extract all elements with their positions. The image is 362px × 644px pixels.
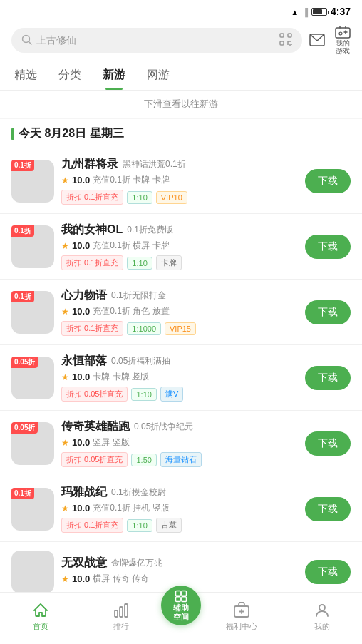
nav-home[interactable]: 首页 (0, 602, 81, 632)
tag-discount: 折扣 0.1折直充 (61, 321, 123, 336)
svg-rect-4 (280, 41, 284, 45)
svg-rect-16 (125, 604, 128, 617)
tag-ratio: 1:50 (131, 454, 156, 466)
game-info: 无双战意 金牌爆亿万兆 ★ 10.0 横屏 传奇 传奇 (61, 556, 298, 588)
game-title: 心力物语 (61, 288, 107, 303)
game-tags-text: 充值0.1折 卡牌 卡牌 (93, 174, 169, 186)
svg-point-24 (319, 605, 325, 610)
tag-vip: VIP10 (156, 191, 187, 204)
game-tags-text: 充值0.1折 横屏 卡牌 (93, 240, 169, 252)
game-item: 0.1折 我的女神OL 0.1折免费版 ★ 10.0 充值0.1折 横屏 卡牌 … (0, 214, 362, 280)
tab-fenlei[interactable]: 分类 (58, 63, 81, 90)
signal-icon (302, 6, 308, 17)
scroll-hint: 下滑查看以往新游 (0, 91, 362, 118)
date-header: 今天 8月28日 星期三 (0, 119, 362, 148)
download-button[interactable]: 下载 (305, 497, 351, 521)
game-tags-text: 充值0.1折 角色 放置 (93, 305, 169, 317)
scan-icon[interactable] (279, 33, 292, 48)
download-button[interactable]: 下载 (305, 169, 351, 193)
nav-ranking[interactable]: 排行 (81, 602, 161, 632)
game-info: 心力物语 0.1折无限打金 ★ 10.0 充值0.1折 角色 放置 折扣 0.1… (61, 288, 298, 336)
ranking-icon (113, 602, 130, 619)
battery-icon (311, 8, 327, 16)
star-icon: ★ (61, 438, 69, 448)
tag-ratio: 1:10 (127, 519, 152, 532)
svg-point-11 (339, 32, 342, 35)
mine-icon (314, 602, 331, 619)
svg-rect-10 (336, 28, 350, 38)
tag-discount: 折扣 0.05折直充 (61, 452, 128, 467)
svg-rect-19 (176, 597, 181, 602)
download-button[interactable]: 下载 (305, 560, 351, 584)
svg-rect-17 (176, 591, 181, 596)
tag-extra: 海量钻石 (160, 452, 202, 467)
game-title: 玛雅战纪 (61, 485, 107, 500)
content-area: 下滑查看以往新游 今天 8月28日 星期三 0.1折 九州群将录 黑神话洪荒0.… (0, 91, 362, 644)
my-games-icon[interactable]: 我的游戏 (335, 26, 351, 55)
mail-icon[interactable] (309, 34, 325, 47)
nav-welfare-label: 福利中心 (226, 621, 257, 632)
svg-rect-18 (182, 591, 187, 596)
search-placeholder: 上古修仙 (36, 34, 76, 47)
game-subtitle: 金牌爆亿万兆 (111, 557, 162, 569)
tag-vip: VIP15 (165, 322, 196, 335)
header: 上古修仙 (0, 20, 362, 61)
svg-line-1 (29, 41, 32, 44)
game-score: 10.0 (72, 503, 90, 513)
time-display: 4:37 (331, 6, 351, 17)
date-text: 今天 8月28日 星期三 (19, 126, 124, 141)
svg-rect-20 (182, 597, 187, 602)
download-button[interactable]: 下载 (305, 366, 351, 390)
game-tags-text: 充值0.1折 挂机 竖版 (93, 502, 169, 514)
tag-discount: 折扣 0.1折直充 (61, 518, 123, 533)
game-subtitle: 0.05折福利满抽 (111, 355, 170, 367)
nav-mine-label: 我的 (314, 621, 330, 632)
game-score: 10.0 (72, 175, 90, 185)
game-item: 0.05折 永恒部落 0.05折福利满抽 ★ 10.0 卡牌 卡牌 竖版 折扣 … (0, 345, 362, 411)
game-score: 10.0 (72, 240, 90, 251)
welfare-icon (233, 602, 250, 619)
svg-rect-3 (288, 34, 291, 37)
game-subtitle: 黑神话洪荒0.1折 (123, 158, 186, 170)
tag-ratio: 1:10 (127, 191, 152, 204)
game-title: 无双战意 (61, 556, 107, 571)
download-button[interactable]: 下载 (305, 431, 351, 456)
tab-xinyou[interactable]: 新游 (103, 63, 125, 90)
discount-badge: 0.1折 (11, 160, 34, 171)
game-thumb-wrap: 0.1折 (11, 291, 54, 334)
tag-discount: 折扣 0.1折直充 (61, 190, 123, 205)
tag-ratio: 1:10 (127, 257, 152, 270)
svg-rect-14 (115, 610, 118, 617)
game-title: 永恒部落 (61, 354, 107, 369)
svg-rect-15 (120, 607, 123, 617)
tab-jingxuan[interactable]: 精选 (14, 63, 37, 90)
nav-mine[interactable]: 我的 (281, 602, 362, 632)
tag-extra: 卡牌 (156, 255, 182, 270)
game-title: 九州群将录 (61, 157, 118, 172)
star-icon: ★ (61, 574, 69, 584)
download-button[interactable]: 下载 (305, 300, 351, 324)
bottom-nav: 首页 排行 辅助空间 福利中心 (0, 592, 362, 644)
game-subtitle: 0.1折免费版 (127, 224, 173, 236)
svg-rect-2 (280, 34, 284, 37)
game-info: 传奇英雄酷跑 0.05折战争纪元 ★ 10.0 竖屏 竖版 折扣 0.05折直充… (61, 419, 298, 467)
search-bar[interactable]: 上古修仙 (11, 28, 302, 53)
game-info: 九州群将录 黑神话洪荒0.1折 ★ 10.0 充值0.1折 卡牌 卡牌 折扣 0… (61, 157, 298, 205)
nav-assist-fab[interactable]: 辅助空间 (161, 586, 201, 625)
game-item: 0.1折 九州群将录 黑神话洪荒0.1折 ★ 10.0 充值0.1折 卡牌 卡牌… (0, 148, 362, 214)
discount-badge: 0.1折 (11, 291, 34, 302)
game-info: 玛雅战纪 0.1折摸金校尉 ★ 10.0 充值0.1折 挂机 竖版 折扣 0.1… (61, 485, 298, 533)
download-button[interactable]: 下载 (305, 235, 351, 259)
tag-discount: 折扣 0.05折直充 (61, 387, 128, 402)
nav-welfare[interactable]: 福利中心 (201, 602, 281, 632)
tag-extra: 满V (160, 387, 183, 402)
search-icon (21, 34, 32, 47)
my-games-label: 我的游戏 (336, 39, 350, 55)
tab-wangyou[interactable]: 网游 (147, 63, 170, 90)
game-thumb-wrap: 0.05折 (11, 357, 54, 399)
game-subtitle: 0.05折战争纪元 (134, 421, 193, 433)
game-title: 传奇英雄酷跑 (61, 419, 130, 434)
game-title: 我的女神OL (61, 223, 123, 237)
game-tags-text: 竖屏 竖版 (93, 436, 129, 449)
game-score: 10.0 (72, 372, 90, 382)
